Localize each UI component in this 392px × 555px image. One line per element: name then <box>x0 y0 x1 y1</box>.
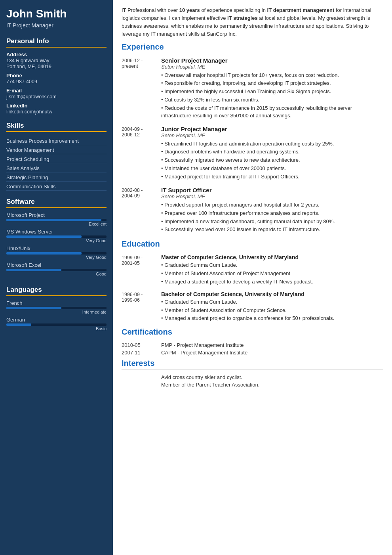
bullet: Graduated Summa Cum Laude. <box>161 298 383 306</box>
software-section: Software Microsoft Project Excellent MS … <box>0 194 113 282</box>
skill-item: Communication Skills <box>6 182 107 191</box>
language-french: French Intermediate <box>6 300 107 314</box>
personal-info-heading: Personal Info <box>6 37 107 48</box>
bullet: Managed a student project to organize a … <box>161 314 383 323</box>
interest-item: Avid cross country skier and cyclist. <box>161 373 383 381</box>
skill-item: Vendor Management <box>6 145 107 154</box>
bullet: Managed a student project to develop a w… <box>161 278 383 286</box>
exp-job-title: Junior Project Manager <box>161 126 383 132</box>
edu-content: Bachelor of Computer Science, University… <box>161 291 383 323</box>
bar-linux <box>6 252 107 255</box>
bar-ms-windows <box>6 235 107 238</box>
cert-name: CAPM - Project Management Institute <box>161 350 247 356</box>
cert-capm: 2007-11 CAPM - Project Management Instit… <box>122 350 383 356</box>
bullet: Maintained the user database of over 300… <box>161 165 383 173</box>
bullet: Cut costs by 32% in less than six months… <box>161 96 383 104</box>
skills-heading: Skills <box>6 122 107 132</box>
edu-bullets: Graduated Summa Cum Laude. Member of Stu… <box>161 261 383 286</box>
exp-content: Senior Project Manager Seton Hospital, M… <box>161 57 383 120</box>
edu-date: 1999-09 -2001-05 <box>122 254 161 286</box>
exp-company: Seton Hospital, ME <box>161 64 383 70</box>
exp-content: Junior Project Manager Seton Hospital, M… <box>161 126 383 181</box>
exp-company: Seton Hospital, ME <box>161 132 383 138</box>
bullet: Streamlined IT logistics and administrat… <box>161 140 383 148</box>
edu-bullets: Graduated Summa Cum Laude. Member of Stu… <box>161 298 383 323</box>
exp-job-title: IT Support Officer <box>161 187 383 193</box>
email-value: j.smith@uptowork.com <box>6 94 107 100</box>
summary: IT Professional with over 10 years of ex… <box>122 6 383 38</box>
interests-content: Avid cross country skier and cyclist. Me… <box>122 373 383 388</box>
skill-item: Sales Analysis <box>6 163 107 172</box>
main-content: IT Professional with over 10 years of ex… <box>113 0 392 555</box>
skill-item: Strategic Planning <box>6 172 107 182</box>
interest-item: Member of the Parent Teacher Association… <box>161 381 383 388</box>
bar-german <box>6 323 107 326</box>
linkedin-value: linkedin.com/johnutw <box>6 109 107 115</box>
bullet: Prepared over 100 infrastructure perform… <box>161 209 383 218</box>
cert-date: 2010-05 <box>122 342 161 348</box>
email-label: E-mail <box>6 88 107 94</box>
exp-junior-pm: 2004-09 -2006-12 Junior Project Manager … <box>122 126 383 181</box>
bullet: Member of Student Association of Project… <box>161 270 383 278</box>
exp-date: 2002-08 -2004-09 <box>122 187 161 234</box>
exp-job-title: Senior Project Manager <box>161 57 383 64</box>
cert-name: PMP - Project Management Institute <box>161 342 244 348</box>
bullet: Reduced the costs of IT maintenance in 2… <box>161 104 383 120</box>
exp-bullets: Oversaw all major hospital IT projects f… <box>161 71 383 120</box>
cert-date: 2007-11 <box>122 350 161 356</box>
exp-bullets: Streamlined IT logistics and administrat… <box>161 140 383 181</box>
bullet: Member of Student Association of Compute… <box>161 306 383 315</box>
software-microsoft-project: Microsoft Project Excellent <box>6 212 107 226</box>
bullet: Successfully migrated two servers to new… <box>161 156 383 165</box>
sidebar: John Smith IT Project Manager Personal I… <box>0 0 113 555</box>
languages-heading: Languages <box>6 286 107 296</box>
software-ms-windows: MS Windows Server Very Good <box>6 229 107 243</box>
software-linux: Linux/Unix Very Good <box>6 245 107 260</box>
exp-date: 2004-09 -2006-12 <box>122 126 161 181</box>
bullet: Responsible for creating, improving, and… <box>161 79 383 88</box>
edu-masters: 1999-09 -2001-05 Master of Computer Scie… <box>122 254 383 286</box>
phone-label: Phone <box>6 73 107 78</box>
edu-date: 1996-09 -1999-06 <box>122 291 161 323</box>
candidate-name: John Smith <box>6 7 107 21</box>
bar-excel <box>6 269 107 271</box>
experience-heading: Experience <box>122 42 383 53</box>
certifications-heading: Certifications <box>122 327 383 338</box>
skills-section: Skills Business Process Improvement Vend… <box>0 118 113 194</box>
exp-content: IT Support Officer Seton Hospital, ME Pr… <box>161 187 383 234</box>
skill-item: Business Process Improvement <box>6 136 107 145</box>
bullet: Implemented the highly successful Lean T… <box>161 88 383 96</box>
candidate-title: IT Project Manager <box>6 22 107 29</box>
exp-date: 2006-12 -present <box>122 57 161 120</box>
language-german: German Basic <box>6 317 107 331</box>
software-heading: Software <box>6 198 107 208</box>
bullet: Oversaw all major hospital IT projects f… <box>161 71 383 80</box>
edu-degree: Bachelor of Computer Science, University… <box>161 291 383 297</box>
address-line1: 134 Rightward Way <box>6 58 107 63</box>
bullet: Managed project for lean training for al… <box>161 173 383 181</box>
linkedin-label: LinkedIn <box>6 103 107 109</box>
edu-degree: Master of Computer Science, University o… <box>161 254 383 260</box>
languages-section: Languages French Intermediate German Bas… <box>0 282 113 337</box>
bullet: Graduated Summa Cum Laude. <box>161 261 383 270</box>
edu-content: Master of Computer Science, University o… <box>161 254 383 286</box>
software-excel: Microsoft Excel Good <box>6 262 107 276</box>
bar-microsoft-project <box>6 219 107 221</box>
skill-item: Project Scheduling <box>6 154 107 163</box>
bullet: Provided support for project managers an… <box>161 201 383 209</box>
cert-pmp: 2010-05 PMP - Project Management Institu… <box>122 342 383 348</box>
personal-info-section: Personal Info Address 134 Rightward Way … <box>0 33 113 118</box>
address-line2: Portland, ME, 04019 <box>6 64 107 69</box>
education-heading: Education <box>122 239 383 250</box>
exp-bullets: Provided support for project managers an… <box>161 201 383 234</box>
edu-bachelors: 1996-09 -1999-06 Bachelor of Computer Sc… <box>122 291 383 323</box>
bullet: Successfully resolved over 200 issues in… <box>161 226 383 234</box>
bullet: Implemented a new tracking dashboard, cu… <box>161 218 383 226</box>
interests-heading: Interests <box>122 359 383 369</box>
phone-value: 774-987-4009 <box>6 79 107 84</box>
address-label: Address <box>6 52 107 57</box>
sidebar-header: John Smith IT Project Manager <box>0 0 113 33</box>
exp-senior-pm: 2006-12 -present Senior Project Manager … <box>122 57 383 120</box>
exp-company: Seton Hospital, ME <box>161 193 383 199</box>
exp-it-support: 2002-08 -2004-09 IT Support Officer Seto… <box>122 187 383 234</box>
